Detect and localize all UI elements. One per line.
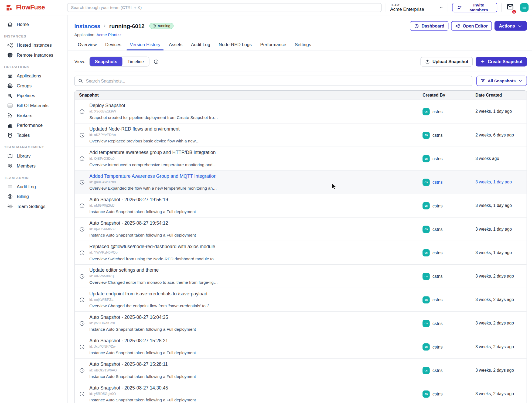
invite-members-button[interactable]: Invite Members bbox=[452, 3, 497, 12]
sidebar-item-label: Audit Log bbox=[17, 184, 36, 189]
table-row[interactable]: Update editor settings and theme id: AlR… bbox=[75, 264, 527, 288]
date-created: 2 weeks, 6 days ago bbox=[475, 127, 527, 144]
sidebar-section-instances: INSTANCES bbox=[0, 35, 67, 38]
team-search-input[interactable] bbox=[67, 3, 382, 12]
snapshots-table: Snapshot Created By Date Created bbox=[74, 90, 527, 403]
app-window: FlowFuse TEAM: Acme Enterprise Invite Me… bbox=[0, 0, 532, 403]
snapshot-filter-dropdown[interactable]: All Snapshots bbox=[476, 76, 527, 86]
table-row[interactable]: Update endpoint from /save-credentials t… bbox=[75, 288, 527, 311]
team-selector[interactable]: TEAM: Acme Enterprise bbox=[390, 3, 444, 12]
tab-node-red-logs[interactable]: Node-RED Logs bbox=[215, 42, 255, 50]
table-row[interactable]: Auto Snapshot - 2025-08-27 16:04:35 id: … bbox=[75, 311, 527, 335]
notifications-button[interactable]: 5 bbox=[507, 3, 514, 12]
snapshot-title[interactable]: Auto Snapshot - 2025-08-27 15:28:21 bbox=[89, 338, 196, 344]
snapshot-search-input[interactable] bbox=[74, 76, 472, 86]
create-snapshot-button[interactable]: Create Snapshot bbox=[476, 57, 527, 66]
user-avatar[interactable]: cs bbox=[520, 3, 528, 12]
date-created: 3 weeks, 1 day ago bbox=[475, 197, 527, 214]
sidebar-item-members[interactable]: Members bbox=[0, 161, 67, 171]
view-toggle-timeline[interactable]: Timeline bbox=[122, 57, 149, 66]
snapshot-description: Overview Replaced previous basic device … bbox=[89, 139, 200, 144]
snapshot-title[interactable]: Updated Node-RED flows and environment bbox=[89, 127, 200, 132]
sidebar-item-library[interactable]: Library bbox=[0, 151, 67, 161]
snapshot-title[interactable]: Update editor settings and theme bbox=[89, 268, 218, 273]
creator-name: cstns bbox=[432, 391, 443, 397]
snapshot-title[interactable]: Auto Snapshot - 2025-08-27 15:28:11 bbox=[89, 362, 196, 367]
tab-assets[interactable]: Assets bbox=[165, 42, 186, 50]
sidebar-item-remote-instances[interactable]: Remote Instances bbox=[0, 50, 67, 60]
table-row[interactable]: Added Temperature Awareness Group and MQ… bbox=[75, 170, 527, 194]
snapshot-description: Instance Auto Snapshot taken following a… bbox=[89, 350, 196, 355]
sitemap-icon bbox=[455, 23, 460, 29]
snapshot-title[interactable]: Add temperature awareness group and HTTP… bbox=[89, 150, 217, 155]
view-toggle-snapshots[interactable]: Snapshots bbox=[90, 57, 122, 66]
info-icon[interactable] bbox=[153, 59, 159, 64]
sidebar-item-brokers[interactable]: Brokers bbox=[0, 111, 67, 121]
table-row[interactable]: Auto Snapshot - 2025-08-27 19:55:19 id: … bbox=[75, 194, 527, 217]
sidebar-item-label: Groups bbox=[17, 83, 32, 88]
actions-button[interactable]: Actions bbox=[495, 21, 527, 30]
table-row[interactable]: Auto Snapshot - 2025-08-27 19:54:12 id: … bbox=[75, 217, 527, 241]
snapshot-title[interactable]: Auto Snapshot - 2025-08-27 19:55:19 bbox=[89, 197, 196, 203]
sidebar-item-pipelines[interactable]: Pipelines bbox=[0, 91, 67, 101]
list-lines-icon bbox=[7, 184, 13, 189]
snapshot-title[interactable]: Auto Snapshot - 2025-08-27 16:04:35 bbox=[89, 315, 196, 320]
sidebar-item-bill-of-materials[interactable]: Bill Of Materials bbox=[0, 101, 67, 111]
sidebar-item-label: Team Settings bbox=[17, 204, 46, 209]
date-created: 3 weeks, 2 days ago bbox=[475, 362, 527, 379]
chip-icon bbox=[7, 52, 13, 58]
breadcrumb-instances-link[interactable]: Instances bbox=[74, 23, 100, 29]
tab-devices[interactable]: Devices bbox=[102, 42, 125, 50]
snapshot-title[interactable]: Replaced @flowfuse/node-red-dashboard wi… bbox=[89, 244, 218, 250]
clock-icon bbox=[75, 362, 89, 379]
table-row[interactable]: Add temperature awareness group and HTTP… bbox=[75, 147, 527, 170]
flowfuse-logo-icon bbox=[6, 4, 13, 11]
chevron-down-icon bbox=[517, 23, 523, 29]
sidebar-item-performance[interactable]: Performance bbox=[0, 120, 67, 130]
snapshot-title[interactable]: Deploy Snapshot bbox=[89, 103, 218, 108]
creator-name: cstns bbox=[432, 109, 443, 114]
date-created: 3 weeks, 2 days ago bbox=[475, 315, 527, 332]
sidebar-item-applications[interactable]: Applications bbox=[0, 71, 67, 81]
flowfuse-logo[interactable]: FlowFuse bbox=[6, 4, 67, 11]
snapshot-id: id: oBOkv1W6AG bbox=[89, 368, 196, 372]
snapshot-description: Instance Auto Snapshot taken following a… bbox=[89, 209, 196, 214]
date-created: 3 weeks, 2 days ago bbox=[475, 291, 527, 308]
open-editor-button[interactable]: Open Editor bbox=[451, 21, 492, 30]
sidebar-item-groups[interactable]: Groups bbox=[0, 81, 67, 91]
clock-icon bbox=[75, 103, 89, 120]
snapshot-title[interactable]: Auto Snapshot - 2025-08-27 19:54:12 bbox=[89, 221, 196, 226]
application-link[interactable]: Acme Plantzz bbox=[96, 32, 121, 37]
creator-avatar: cs bbox=[422, 108, 430, 115]
sidebar-item-tables[interactable]: Tables bbox=[0, 130, 67, 140]
creator-name: cstns bbox=[432, 132, 443, 138]
snapshot-title[interactable]: Update endpoint from /save-credentials t… bbox=[89, 291, 213, 297]
tab-overview[interactable]: Overview bbox=[74, 42, 100, 50]
invite-members-label: Invite Members bbox=[465, 3, 493, 12]
snapshot-title[interactable]: Added Temperature Awareness Group and MQ… bbox=[89, 173, 217, 179]
snapshot-description: Overview Changed editor from monaco to a… bbox=[89, 280, 218, 285]
upload-snapshot-button[interactable]: Upload Snapshot bbox=[421, 57, 473, 66]
brand-name: FlowFuse bbox=[16, 4, 45, 11]
table-row[interactable]: Auto Snapshot - 2025-08-27 15:28:11 id: … bbox=[75, 358, 527, 382]
table-row[interactable]: Auto Snapshot - 2025-08-27 14:30:45 id: … bbox=[75, 382, 527, 403]
table-row[interactable]: Updated Node-RED flows and environment i… bbox=[75, 123, 527, 146]
sidebar-item-team-settings[interactable]: Team Settings bbox=[0, 202, 67, 211]
sidebar-item-hosted-instances[interactable]: Hosted Instances bbox=[0, 40, 67, 50]
snapshot-title[interactable]: Auto Snapshot - 2025-08-27 14:30:45 bbox=[89, 385, 196, 391]
sidebar-item-home[interactable]: Home bbox=[0, 19, 67, 29]
sidebar-item-audit-log[interactable]: Audit Log bbox=[0, 182, 67, 192]
sidebar-item-billing[interactable]: Billing bbox=[0, 192, 67, 202]
tab-version-history[interactable]: Version History bbox=[127, 42, 164, 50]
table-row[interactable]: Auto Snapshot - 2025-08-27 15:28:21 id: … bbox=[75, 335, 527, 358]
application-label: Application: bbox=[74, 32, 96, 37]
creator-name: cstns bbox=[432, 250, 443, 255]
table-row[interactable]: Deploy Snapshot id: X3o6Bw1k9W Snapshot … bbox=[75, 100, 527, 123]
dashboard-button[interactable]: Dashboard bbox=[410, 21, 448, 30]
tab-audit-log[interactable]: Audit Log bbox=[187, 42, 213, 50]
tab-settings[interactable]: Settings bbox=[291, 42, 315, 50]
sidebar-section-team-admin: TEAM ADMIN bbox=[0, 176, 67, 180]
tab-performance[interactable]: Performance bbox=[257, 42, 290, 50]
table-row[interactable]: Replaced @flowfuse/node-red-dashboard wi… bbox=[75, 241, 527, 264]
table-body: Deploy Snapshot id: X3o6Bw1k9W Snapshot … bbox=[75, 100, 527, 403]
